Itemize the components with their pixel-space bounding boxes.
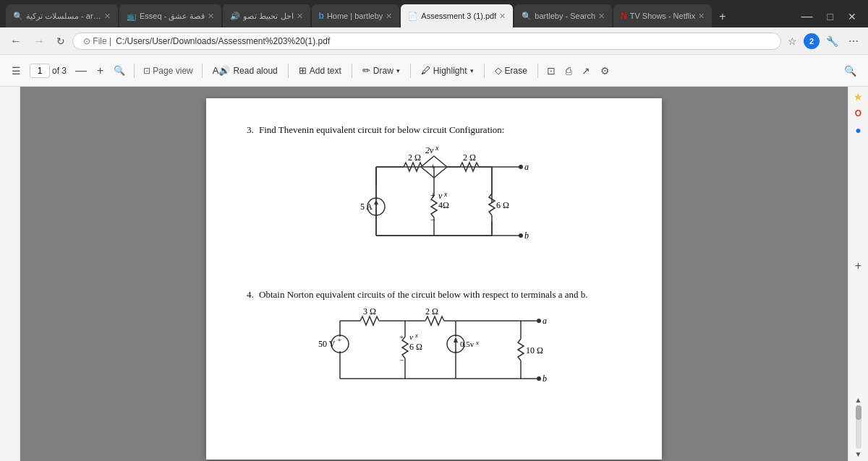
zoom-out-button[interactable]: — [71,62,91,79]
new-tab-button[interactable]: + [713,7,731,26]
copy-button[interactable]: ⊡ [542,62,560,79]
print-button[interactable]: ⎙ [561,62,576,79]
pdf-page: 3. Find Thevenin equivalent circuit for … [206,98,662,460]
address-file-label: ⊙ File | [83,36,111,46]
svg-text:+: + [399,332,404,341]
svg-point-58 [537,376,541,381]
page-nav: of 3 [30,64,67,78]
toolbar-divider-4 [352,64,352,78]
zoom-in-button[interactable]: + [93,62,108,79]
tab-4-label: Home | bartleby [327,12,383,20]
question-3-body: Find Thevenin equivalent circuit for bel… [259,124,504,135]
share-button[interactable]: ↗ [577,62,595,79]
page-number-input[interactable] [30,64,50,78]
browser-chrome: 🔍 مسلسلات تركية - arch ✕ 📺 Esseq - قصة ع… [0,0,868,27]
tab-3-label: احل تحبيط تصو [243,12,293,21]
star-icon[interactable]: ★ [854,91,863,103]
page-total: of 3 [52,66,67,76]
tab-7-close[interactable]: ✕ [698,12,705,21]
tab-3-close[interactable]: ✕ [297,12,303,21]
svg-point-34 [519,165,523,169]
svg-text:6 Ω: 6 Ω [496,200,509,210]
svg-text:+: + [430,191,435,201]
tab-1-label: مسلسلات تركية - arch [26,12,101,21]
toolbar-divider-1 [134,64,135,78]
profile-badge[interactable]: 2 [804,33,820,49]
favorite-icon[interactable]: ☆ [784,33,801,49]
tab-5[interactable]: 📄 Assessment 3 (1).pdf ✕ [401,4,513,27]
toolbar-divider-2 [202,64,203,78]
svg-text:2v: 2v [425,145,434,155]
tab-6-close[interactable]: ✕ [598,12,605,21]
tab-4[interactable]: b Home | bartleby ✕ [312,4,400,27]
forward-button[interactable]: → [29,33,49,50]
toolbar-divider-7 [537,64,538,78]
fit-page-button[interactable]: ⊡ Page view [139,63,197,79]
circuit-4-svg: + 50 V 3 Ω 2 Ω [311,306,557,393]
sidebar-toggle-button[interactable]: ☰ [7,62,25,79]
tab-7[interactable]: N TV Shows - Netflix ✕ [613,4,712,27]
browser-menu-icon[interactable]: ⋯ [845,33,862,49]
draw-label: Draw [373,66,393,76]
tab-6[interactable]: 🔍 bartleby - Search ✕ [514,4,612,27]
tab-4-favicon: b [319,11,324,21]
tab-1-close[interactable]: ✕ [104,12,111,21]
settings-button[interactable]: ⚙ [596,62,614,79]
draw-icon: ✏ [362,65,370,76]
add-text-button[interactable]: ⊞ Add text [293,62,347,79]
right-sidebar: ★ O ● + ▲ ▼ [848,87,868,461]
erase-icon: ◇ [495,65,502,76]
scrollbar-thumb[interactable] [856,405,861,420]
add-text-icon: ⊞ [299,65,307,76]
address-text: C:/Users/User/Downloads/Assessment%203%2… [116,36,330,46]
svg-point-11 [519,233,523,238]
back-button[interactable]: ← [6,33,26,50]
tab-7-favicon: N [621,11,627,21]
question-4-text: 4. Obtain Norton equivalent circuits of … [247,289,621,301]
tab-3-favicon: 🔊 [230,12,240,21]
svg-text:a: a [542,316,547,326]
svg-text:10 Ω: 10 Ω [526,345,543,356]
circle-icon[interactable]: ● [855,124,861,136]
minimize-button[interactable]: — [796,9,819,25]
scroll-down-icon[interactable]: ▼ [855,450,862,458]
tab-2-close[interactable]: ✕ [208,12,214,21]
tab-3[interactable]: 🔊 احل تحبيط تصو ✕ [223,4,310,27]
maximize-button[interactable]: □ [822,9,839,24]
svg-text:2 Ω: 2 Ω [408,152,421,163]
highlight-button[interactable]: 🖊 Highlight ▾ [415,62,480,79]
tab-2[interactable]: 📺 Esseq - قصة عشق ✕ [119,4,221,27]
extensions-icon[interactable]: 🔧 [822,33,842,49]
tab-1-favicon: 🔍 [13,12,23,21]
fit-page-label: Page view [153,66,192,76]
svg-marker-18 [374,199,378,204]
office-icon[interactable]: O [855,108,861,119]
erase-button[interactable]: ◇ Erase [489,62,533,79]
pdf-viewport[interactable]: 3. Find Thevenin equivalent circuit for … [20,87,848,461]
address-bar[interactable]: ⊙ File | C:/Users/User/Downloads/Assessm… [72,33,781,50]
scroll-up-icon[interactable]: ▲ [855,396,862,404]
question-4: 4. Obtain Norton equivalent circuits of … [247,289,621,393]
reload-button[interactable]: ↻ [52,33,69,49]
add-sidebar-icon[interactable]: + [855,259,861,272]
tab-1[interactable]: 🔍 مسلسلات تركية - arch ✕ [6,4,118,27]
svg-text:3 Ω: 3 Ω [363,306,376,316]
add-text-label: Add text [310,66,341,76]
left-sidebar [0,87,20,461]
search-pdf-button[interactable]: 🔍 [840,62,861,79]
question-3-number: 3. [247,124,254,135]
scrollbar-track[interactable] [856,405,861,449]
question-3-text: 3. Find Thevenin equivalent circuit for … [247,124,621,136]
tab-5-label: Assessment 3 (1).pdf [421,12,496,20]
tab-5-close[interactable]: ✕ [499,12,506,21]
read-aloud-button[interactable]: A🔊 Read aloud [207,62,284,79]
fit-page-icon: ⊡ [143,66,150,76]
highlight-icon: 🖊 [421,65,430,76]
zoom-search-button[interactable]: 🔍 [109,63,129,78]
svg-text:5 A: 5 A [360,202,373,212]
circuit-4-diagram: + 50 V 3 Ω 2 Ω [247,306,621,393]
tab-5-favicon: 📄 [408,12,418,21]
tab-4-close[interactable]: ✕ [386,12,392,21]
close-button[interactable]: ✕ [842,9,862,24]
draw-button[interactable]: ✏ Draw ▾ [357,62,406,79]
